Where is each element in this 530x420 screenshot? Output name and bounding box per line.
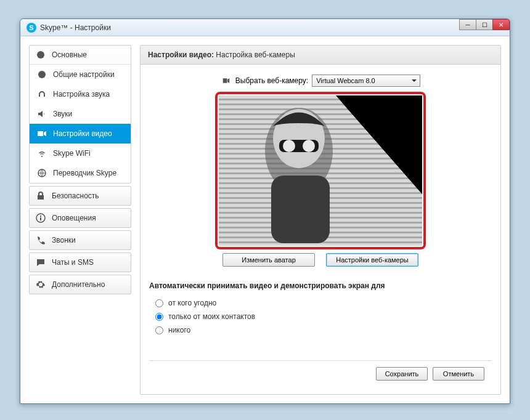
video-camera-icon bbox=[221, 77, 232, 84]
category-general: Основные Общие настройки Настройка звука… bbox=[29, 45, 131, 184]
video-camera-icon bbox=[37, 129, 47, 139]
radio-contacts-input[interactable] bbox=[155, 313, 163, 321]
headset-icon bbox=[37, 89, 47, 99]
preview-wrap: Изменить аватар Настройки веб-камеры bbox=[215, 92, 426, 267]
radio-label: только от моих контактов bbox=[168, 312, 255, 321]
svg-point-0 bbox=[37, 51, 44, 59]
radio-nobody-input[interactable] bbox=[155, 326, 163, 334]
auto-accept-label: Автоматически принимать видео и демонстр… bbox=[149, 281, 492, 290]
sidebar-label: Безопасность bbox=[52, 192, 99, 200]
radio-label: от кого угодно bbox=[168, 299, 216, 307]
titlebar[interactable]: S Skype™ - Настройки ─ ☐ ✕ bbox=[20, 19, 510, 36]
footer: Сохранить Отменить bbox=[149, 360, 492, 387]
category-security: Безопасность bbox=[29, 186, 131, 206]
speaker-icon bbox=[37, 109, 47, 119]
sidebar-item-audio[interactable]: Настройка звука bbox=[30, 84, 131, 104]
settings-window: S Skype™ - Настройки ─ ☐ ✕ Основные Общи… bbox=[20, 18, 510, 404]
sidebar-item-security[interactable]: Безопасность bbox=[30, 187, 131, 205]
sidebar-label: Переводчик Skype bbox=[53, 169, 116, 177]
minimize-button[interactable]: ─ bbox=[459, 19, 476, 30]
sidebar-label: Настройка звука bbox=[53, 90, 110, 99]
skype-icon: S bbox=[26, 23, 36, 33]
webcam-settings-button[interactable]: Настройки веб-камеры bbox=[326, 253, 418, 267]
radio-contacts[interactable]: только от моих контактов bbox=[149, 310, 492, 323]
webcam-preview bbox=[219, 95, 422, 246]
lock-icon bbox=[36, 191, 46, 201]
chat-icon bbox=[36, 257, 46, 267]
gear-icon bbox=[36, 280, 46, 289]
content: Выбрать веб-камеру: Virtual Webcam 8.0 bbox=[141, 65, 500, 394]
sidebar-item-video[interactable]: Настройки видео bbox=[30, 124, 131, 143]
radio-nobody[interactable]: никого bbox=[149, 323, 492, 337]
radio-anyone-input[interactable] bbox=[155, 299, 163, 307]
svg-point-1 bbox=[38, 71, 46, 78]
webcam-select-row: Выбрать веб-камеру: Virtual Webcam 8.0 bbox=[149, 75, 492, 87]
main-header: Настройки видео: Настройка веб-камеры bbox=[141, 46, 500, 65]
window-controls: ─ ☐ ✕ bbox=[460, 19, 510, 30]
sidebar-item-advanced[interactable]: Дополнительно bbox=[30, 275, 131, 294]
cancel-button[interactable]: Отменить bbox=[433, 367, 484, 381]
main-panel: Настройки видео: Настройка веб-камеры Вы… bbox=[140, 45, 501, 395]
sidebar: Основные Общие настройки Настройка звука… bbox=[29, 45, 131, 395]
sidebar-label: Звуки bbox=[53, 110, 72, 118]
skype-logo-icon bbox=[37, 70, 47, 79]
svg-point-16 bbox=[303, 140, 315, 152]
sidebar-item-wifi[interactable]: Skype WiFi bbox=[30, 143, 131, 163]
sidebar-label: Звонки bbox=[52, 236, 76, 244]
sidebar-label: Основные bbox=[52, 50, 87, 59]
main-header-bold: Настройки видео: bbox=[148, 50, 214, 59]
category-chats: Чаты и SMS bbox=[29, 252, 131, 272]
preview-buttons: Изменить аватар Настройки веб-камеры bbox=[215, 253, 426, 267]
svg-rect-17 bbox=[271, 176, 330, 243]
info-icon bbox=[36, 213, 46, 223]
sidebar-label: Настройки видео bbox=[53, 129, 112, 138]
sidebar-label: Чаты и SMS bbox=[52, 258, 94, 267]
skype-logo-icon bbox=[36, 50, 46, 60]
webcam-select[interactable]: Virtual Webcam 8.0 bbox=[312, 75, 420, 87]
sidebar-label: Дополнительно bbox=[52, 280, 105, 289]
sidebar-item-calls[interactable]: Звонки bbox=[30, 231, 131, 249]
category-calls: Звонки bbox=[29, 230, 131, 250]
preview-highlight-frame bbox=[215, 92, 426, 249]
svg-rect-5 bbox=[40, 216, 41, 217]
sidebar-item-general-settings[interactable]: Общие настройки bbox=[30, 65, 131, 84]
sidebar-label: Skype WiFi bbox=[53, 149, 91, 158]
sidebar-item-chats[interactable]: Чаты и SMS bbox=[30, 253, 131, 272]
phone-icon bbox=[36, 235, 46, 245]
sidebar-label: Общие настройки bbox=[53, 70, 115, 79]
close-button[interactable]: ✕ bbox=[492, 19, 510, 30]
category-alerts: Оповещения bbox=[29, 208, 131, 228]
sidebar-item-general[interactable]: Основные bbox=[30, 46, 131, 64]
webcam-select-value: Virtual Webcam 8.0 bbox=[316, 77, 375, 84]
svg-point-15 bbox=[283, 140, 295, 152]
window-title: Skype™ - Настройки bbox=[40, 23, 111, 32]
radio-anyone[interactable]: от кого угодно bbox=[149, 296, 492, 310]
main-header-text: Настройка веб-камеры bbox=[214, 50, 295, 59]
category-advanced: Дополнительно bbox=[29, 275, 131, 294]
globe-icon bbox=[37, 168, 47, 178]
svg-rect-4 bbox=[40, 217, 41, 220]
save-button[interactable]: Сохранить bbox=[376, 367, 428, 381]
radio-label: никого bbox=[168, 326, 190, 334]
window-body: Основные Общие настройки Настройка звука… bbox=[20, 36, 510, 403]
general-subitems: Общие настройки Настройка звука Звуки На… bbox=[30, 64, 131, 183]
sidebar-item-alerts[interactable]: Оповещения bbox=[30, 209, 131, 227]
webcam-select-label: Выбрать веб-камеру: bbox=[235, 76, 308, 85]
wifi-icon bbox=[37, 148, 47, 158]
sidebar-label: Оповещения bbox=[52, 214, 96, 222]
change-avatar-button[interactable]: Изменить аватар bbox=[222, 253, 315, 267]
maximize-button[interactable]: ☐ bbox=[476, 19, 493, 30]
sidebar-item-translator[interactable]: Переводчик Skype bbox=[30, 163, 131, 183]
sidebar-item-sounds[interactable]: Звуки bbox=[30, 104, 131, 124]
